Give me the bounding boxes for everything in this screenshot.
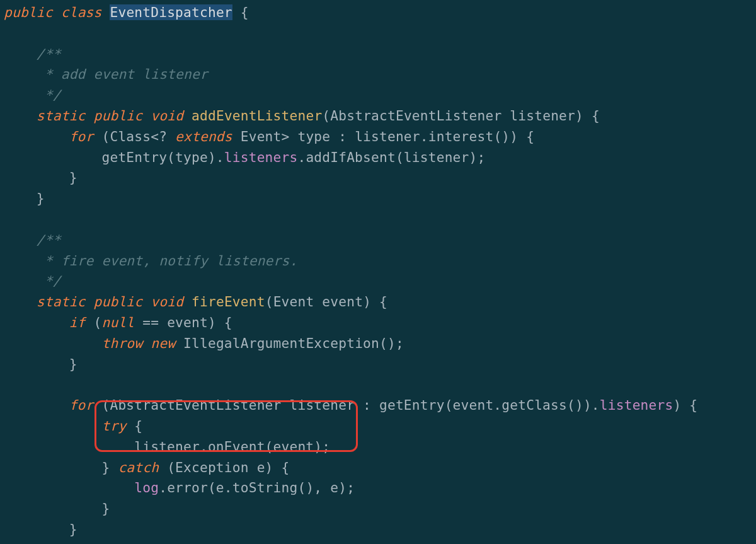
code-line[interactable]: getEntry(type).listeners.addIfAbsent(lis… [4,149,485,165]
code-line[interactable]: static public void fireEvent(Event event… [4,294,387,310]
keyword-public: public [4,4,53,20]
code-line[interactable]: static public void addEventListener(Abst… [4,108,600,124]
field-log: log [134,480,159,495]
selected-classname[interactable]: EventDispatcher [110,4,232,20]
keyword-extends: extends [175,129,232,144]
code-line[interactable]: for (Class<? extends Event> type : liste… [4,129,534,144]
keyword-class: class [61,4,102,20]
keyword-throw: throw [101,335,142,351]
keyword-void: void [151,294,183,310]
keyword-for: for [69,129,94,144]
code-editor-viewport[interactable]: public class EventDispatcher { /** * add… [0,0,756,544]
comment: */ [4,87,61,103]
code-line[interactable]: } [4,170,77,185]
comment: /** [4,232,61,248]
keyword-for: for [69,397,94,413]
method-name: fireEvent [192,294,265,310]
code-line[interactable]: log.error(e.toString(), e); [4,480,355,495]
comment: * fire event, notify listeners. [4,253,297,269]
code-line[interactable]: if (null == event) { [4,315,232,330]
code-line[interactable]: try { [4,418,142,434]
literal-null: null [102,315,135,330]
keyword-static: static [37,108,86,124]
code-line[interactable]: } [4,356,77,372]
keyword-static: static [37,294,86,310]
code-line[interactable]: * add event listener [4,66,208,82]
keyword-public: public [94,294,143,310]
code-block[interactable]: public class EventDispatcher { /** * add… [0,0,756,544]
code-line[interactable]: } catch (Exception e) { [4,460,289,475]
keyword-void: void [151,108,183,124]
code-line[interactable]: throw new IllegalArgumentException(); [4,335,404,351]
code-line[interactable]: /** [4,46,61,62]
code-line[interactable]: } [4,190,45,206]
keyword-public: public [94,108,143,124]
keyword-catch: catch [118,460,159,475]
code-line[interactable]: } [4,501,110,516]
field-listeners: listeners [600,397,673,413]
comment: /** [4,46,61,62]
code-line[interactable]: /** [4,232,61,248]
keyword-new: new [151,335,175,351]
code-line[interactable]: */ [4,87,61,103]
keyword-try: try [101,418,126,434]
comment: * add event listener [4,66,208,82]
code-line[interactable]: * fire event, notify listeners. [4,253,297,269]
keyword-if: if [69,315,86,330]
code-line[interactable]: listener.onEvent(event); [4,439,330,454]
code-line[interactable]: public class EventDispatcher { [4,4,249,20]
comment: */ [4,273,61,289]
method-name: addEventListener [192,108,322,124]
field-listeners: listeners [224,149,298,165]
code-line[interactable]: for (AbstractEventListener listener : ge… [4,397,697,413]
code-line[interactable]: */ [4,273,61,289]
code-line[interactable]: } [4,521,77,537]
